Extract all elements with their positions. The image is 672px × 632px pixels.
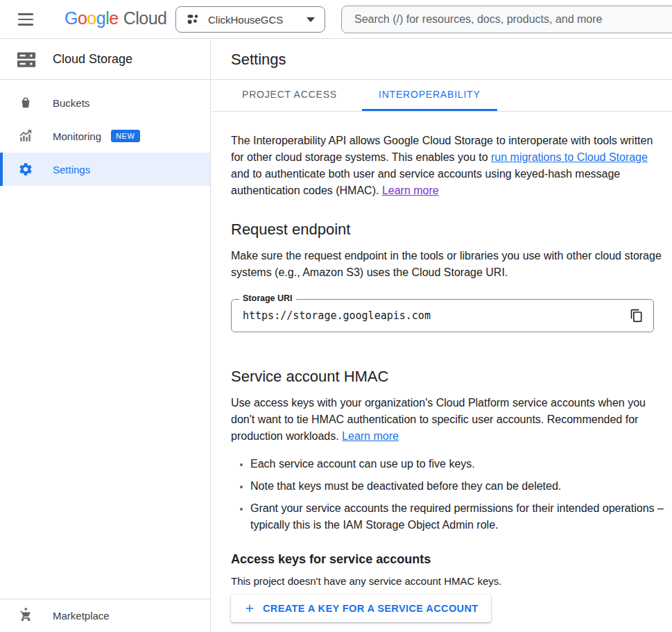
project-selector[interactable]: ClickHouseGCS [175,6,325,33]
main-content: Settings PROJECT ACCESS INTEROPERABILITY… [212,40,672,632]
access-keys-status-text: This project doesn't have any service ac… [231,574,653,589]
tab-project-access[interactable]: PROJECT ACCESS [225,80,354,111]
sidebar-title: Cloud Storage [53,52,132,67]
create-key-button[interactable]: CREATE A KEY FOR A SERVICE ACCOUNT [231,595,491,622]
request-endpoint-paragraph: Make sure the request endpoint in the to… [231,248,662,281]
hmac-learn-more-link[interactable]: Learn more [342,430,399,442]
access-keys-heading: Access keys for service accounts [231,552,653,567]
copy-icon [630,309,644,323]
project-dots-icon [186,12,200,26]
logo-letter: g [96,8,105,28]
sidebar-item-label: Settings [53,164,90,176]
hmac-bullet-list: Each service account can use up to five … [231,456,672,533]
sidebar-item-label: Marketplace [53,610,110,622]
search-input[interactable] [342,6,672,33]
sidebar-item-label: Monitoring [53,130,101,142]
google-cloud-logo: GoogleCloud [64,8,166,28]
chevron-down-icon [307,17,315,22]
sidebar-header: Cloud Storage [0,40,210,80]
cloud-storage-icon [14,49,39,70]
run-migrations-link[interactable]: run migrations to Cloud Storage [491,151,648,163]
menu-icon[interactable] [18,11,35,28]
plus-icon [243,602,256,615]
list-item: Grant your service accounts the required… [250,500,672,533]
gear-icon [18,162,33,177]
sidebar-item-buckets[interactable]: Buckets [0,86,210,119]
marketplace-cart-icon [18,607,33,625]
monitoring-chart-icon [18,128,33,144]
logo-letter: o [78,8,87,28]
hmac-text: Use access keys with your organization's… [231,397,646,442]
logo-cloud-text: Cloud [123,8,167,28]
list-item: Note that keys must be deactivated befor… [250,478,672,495]
search-bar [341,6,672,33]
sidebar-item-marketplace[interactable]: Marketplace [0,599,210,632]
intro-paragraph: The Interoperability API allows Google C… [231,133,662,199]
hmac-paragraph: Use access keys with your organization's… [231,395,662,445]
intro-learn-more-link[interactable]: Learn more [382,185,439,196]
logo-letter: G [64,8,78,28]
list-item: Each service account can use up to five … [250,456,672,472]
page-title: Settings [231,51,286,69]
new-badge: NEW [111,130,139,142]
sidebar-item-label: Buckets [53,97,89,109]
service-account-hmac-heading: Service account HMAC [231,367,653,386]
top-app-bar: GoogleCloud ClickHouseGCS [0,0,672,39]
sidebar-nav: Buckets Monitoring NEW [0,80,210,186]
request-endpoint-heading: Request endpoint [231,220,653,239]
sidebar-item-settings[interactable]: Settings [0,153,210,186]
main-header: Settings [212,40,672,80]
logo-letter: o [87,8,96,28]
storage-uri-field: Storage URI https://storage.googleapis.c… [231,299,654,332]
tab-bar: PROJECT ACCESS INTEROPERABILITY [212,80,672,112]
sidebar: Cloud Storage Buckets [0,40,211,632]
tab-content: The Interoperability API allows Google C… [212,112,672,622]
create-key-button-label: CREATE A KEY FOR A SERVICE ACCOUNT [263,603,479,614]
logo-letter: e [109,8,118,28]
bucket-icon [18,95,33,110]
sidebar-item-monitoring[interactable]: Monitoring NEW [0,119,210,153]
storage-uri-label: Storage URI [239,293,296,303]
storage-uri-value[interactable]: https://storage.googleapis.com [232,309,620,322]
project-name: ClickHouseGCS [208,14,283,26]
copy-button[interactable] [620,300,653,332]
tab-interoperability[interactable]: INTEROPERABILITY [362,80,497,111]
